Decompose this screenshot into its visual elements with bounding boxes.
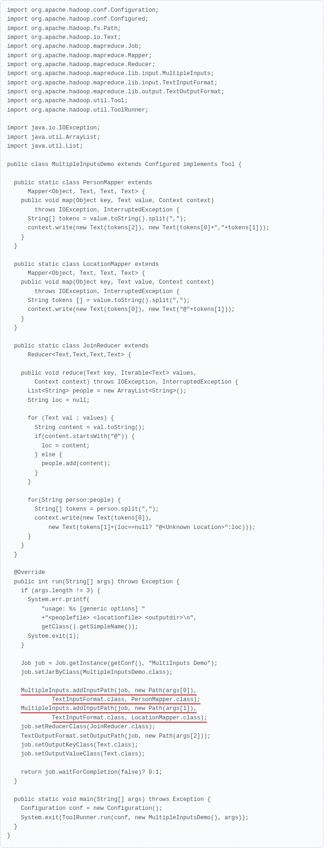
code-line: for(String person:people) {	[7, 496, 317, 505]
code-line: Mapper<Object, Text, Text, Text> {	[7, 188, 317, 196]
code-line: MultipleInputs.addInputPath(job, new Pat…	[7, 704, 317, 713]
code-line: throws IOException, InterruptedException…	[7, 287, 317, 296]
code-line: import java.io.IOException;	[7, 124, 317, 133]
code-line	[7, 360, 317, 369]
code-line: public void map(Object key, Text value, …	[7, 196, 317, 205]
code-line: }	[7, 551, 317, 559]
code-line: job.setOutputKeyClass(Text.class);	[7, 741, 317, 750]
code-line: new Text(tokens[1]+(loc==null? "@<Unknow…	[7, 523, 317, 532]
highlighted-code: MultipleInputs.addInputPath(job, new Pat…	[21, 705, 197, 712]
code-line: people.add(content);	[7, 460, 317, 468]
code-line: String[] tokens = value.toString().split…	[7, 215, 317, 224]
code-line: String[] tokens = person.split(",");	[7, 505, 317, 514]
code-line: loc = content;	[7, 442, 317, 451]
code-line: System.exit(1);	[7, 632, 317, 641]
code-line: TextOutputFormat.setOutputPath(job, new …	[7, 732, 317, 741]
code-line: import java.util.List;	[7, 142, 317, 151]
code-block: import org.apache.hadoop.conf.Configurat…	[0, 0, 324, 848]
code-line: if(content.startsWith("@")) {	[7, 432, 317, 441]
code-line: }	[7, 641, 317, 650]
code-line: }	[7, 532, 317, 541]
code-line: throws IOException, InterruptedException…	[7, 206, 317, 215]
code-line: TextInputFormat.class, LocationMapper.cl…	[7, 714, 317, 723]
code-line: System.exit(ToolRunner.run(conf, new Mul…	[7, 814, 317, 823]
code-line: return job.waitForCompletion(false)? 0:1…	[7, 768, 317, 777]
code-line: job.setReducerClass(JoinReducer.class);	[7, 723, 317, 732]
code-line: Configuration conf = new Configuration()…	[7, 804, 317, 813]
code-line: String content = val.toString();	[7, 423, 317, 432]
code-line	[7, 332, 317, 341]
code-line: public static class JoinReducer extends	[7, 342, 317, 351]
highlighted-code: TextInputFormat.class, PersonMapper.clas…	[52, 696, 201, 703]
code-line: job.setOutputValueClass(Text.class);	[7, 750, 317, 759]
code-line	[7, 251, 317, 260]
code-line: }	[7, 242, 317, 251]
code-line	[7, 169, 317, 178]
code-line: context.write(new Text(tokens[0]), new T…	[7, 305, 317, 314]
code-line	[7, 115, 317, 124]
code-line: import org.apache.hadoop.mapreduce.lib.i…	[7, 79, 317, 88]
code-line: import java.util.ArrayList;	[7, 133, 317, 142]
code-line: }	[7, 478, 317, 487]
code-line: public static class PersonMapper extends	[7, 179, 317, 188]
code-line: import org.apache.hadoop.io.Text;	[7, 33, 317, 42]
code-line	[7, 650, 317, 659]
code-line: import org.apache.hadoop.mapreduce.Mappe…	[7, 52, 317, 60]
code-line: }	[7, 777, 317, 786]
code-line: }	[7, 324, 317, 332]
code-line: if (args.length != 3) {	[7, 587, 317, 596]
code-line: }	[7, 315, 317, 324]
code-line: import org.apache.hadoop.fs.Path;	[7, 24, 317, 33]
code-line: TextInputFormat.class, PersonMapper.clas…	[7, 695, 317, 704]
code-line	[7, 786, 317, 795]
code-line: }	[7, 469, 317, 478]
code-line: List<String> people = new ArrayList<Stri…	[7, 387, 317, 396]
code-line: String loc = null;	[7, 396, 317, 405]
code-line: context.write(new Text(tokens[2]), new T…	[7, 224, 317, 233]
code-line: Mapper<Object, Text, Text, Text> {	[7, 269, 317, 278]
code-line: public void map(Object key, Text value, …	[7, 278, 317, 287]
code-line: Context context) throws IOException, Int…	[7, 378, 317, 387]
code-line: Reducer<Text,Text,Text,Text> {	[7, 351, 317, 360]
code-line: job.setJarByClass(MultipleInputsDemo.cla…	[7, 668, 317, 677]
code-line: import org.apache.hadoop.conf.Configured…	[7, 15, 317, 24]
code-line	[7, 151, 317, 160]
code-line: } else {	[7, 451, 317, 460]
code-line: context.write(new Text(tokens[0]),	[7, 514, 317, 523]
code-line: }	[7, 233, 317, 242]
code-line: public static void main(String[] args) t…	[7, 795, 317, 804]
code-line: import org.apache.hadoop.conf.Configurat…	[7, 6, 317, 15]
code-line: for (Text val : values) {	[7, 414, 317, 423]
code-line: String tokens [] = value.toString().spli…	[7, 296, 317, 305]
code-line: }	[7, 823, 317, 831]
code-line: "usage: %s [generic options] "	[7, 605, 317, 614]
code-line	[7, 487, 317, 496]
code-line: public int run(String[] args) throws Exc…	[7, 578, 317, 587]
highlighted-code: MultipleInputs.addInputPath(job, new Pat…	[21, 687, 197, 694]
code-line	[7, 677, 317, 686]
code-line: +"<peoplefile> <locationfile> <outputdir…	[7, 614, 317, 623]
code-line	[7, 405, 317, 414]
code-line: public void reduce(Text key, Iterable<Te…	[7, 369, 317, 378]
code-line: import org.apache.hadoop.util.ToolRunner…	[7, 106, 317, 115]
code-line: MultipleInputs.addInputPath(job, new Pat…	[7, 687, 317, 695]
code-line: public class MultipleInputsDemo extends …	[7, 160, 317, 169]
code-line: System.err.printf(	[7, 596, 317, 604]
code-line: }	[7, 541, 317, 550]
highlighted-code: TextInputFormat.class, LocationMapper.cl…	[52, 715, 208, 721]
code-line: import org.apache.hadoop.mapreduce.lib.i…	[7, 69, 317, 78]
code-line: }	[7, 831, 317, 840]
code-line: Job job = Job.getInstance(getConf(), "Mu…	[7, 659, 317, 668]
code-line: import org.apache.hadoop.util.Tool;	[7, 97, 317, 106]
code-line	[7, 559, 317, 568]
code-line: import org.apache.hadoop.mapreduce.Reduc…	[7, 60, 317, 69]
code-line: import org.apache.hadoop.mapreduce.Job;	[7, 42, 317, 51]
code-line: getClass().getSimpleName());	[7, 623, 317, 632]
code-line	[7, 759, 317, 768]
code-line: public static class LocationMapper exten…	[7, 260, 317, 269]
code-line: import org.apache.hadoop.mapreduce.lib.o…	[7, 88, 317, 97]
code-line: @Override	[7, 568, 317, 577]
